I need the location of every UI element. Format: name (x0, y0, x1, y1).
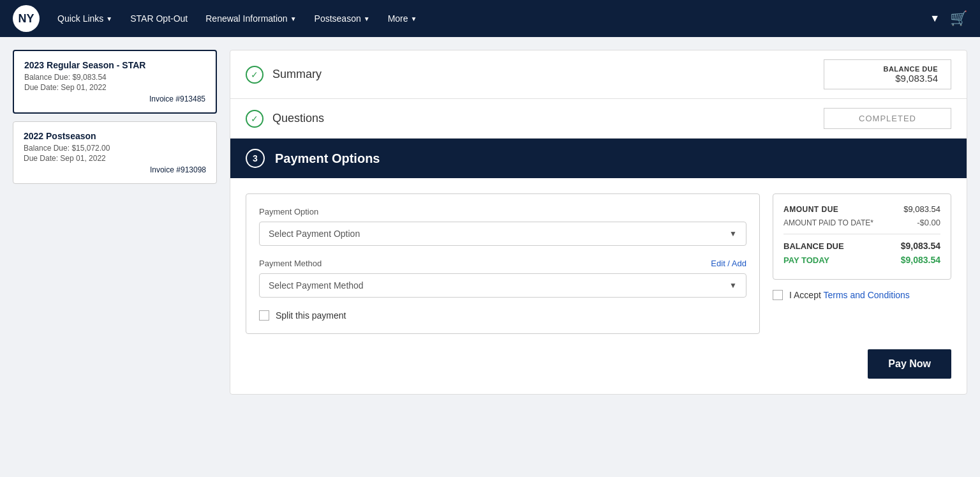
nav-quick-links[interactable]: Quick Links ▼ (57, 13, 112, 24)
nav-postseason[interactable]: Postseason ▼ (315, 13, 370, 24)
payment-method-placeholder: Select Payment Method (269, 280, 364, 291)
invoice-card-1[interactable]: 2023 Regular Season - STAR Balance Due: … (13, 50, 217, 114)
invoice-due-2: Due Date: Sep 01, 2022 (24, 154, 206, 163)
terms-link[interactable]: Terms and Conditions (823, 290, 909, 300)
payment-options-title: Payment Options (275, 151, 380, 166)
nav-star-opt-out[interactable]: STAR Opt-Out (130, 13, 188, 24)
balance-due-label: BALANCE DUE (837, 65, 938, 73)
payment-form: Payment Option Select Payment Option ▼ P… (246, 193, 760, 334)
invoice-balance-2: Balance Due: $15,072.00 (24, 144, 206, 153)
quick-links-chevron-icon: ▼ (106, 15, 112, 22)
navbar: NY Quick Links ▼ STAR Opt-Out Renewal In… (0, 0, 980, 37)
nav-right: ▼ 🛒 (930, 10, 967, 27)
invoice-title-2: 2022 Postseason (24, 131, 206, 141)
nav-more[interactable]: More ▼ (388, 13, 417, 24)
ny-logo: NY (13, 5, 40, 32)
renewal-chevron-icon: ▼ (290, 15, 297, 22)
cart-icon[interactable]: 🛒 (950, 10, 967, 27)
questions-step-row: ✓ Questions COMPLETED (230, 99, 967, 139)
pay-today-row: PAY TODAY $9,083.54 (783, 255, 940, 265)
amount-paid-label: AMOUNT PAID TO DATE* (783, 218, 873, 227)
payment-option-select[interactable]: Select Payment Option ▼ (259, 222, 746, 246)
more-chevron-icon: ▼ (411, 15, 417, 22)
summary-balance-due-value: $9,083.54 (901, 241, 940, 251)
split-payment-checkbox[interactable] (259, 310, 269, 321)
terms-label: I Accept Terms and Conditions (789, 290, 910, 300)
invoice-title-1: 2023 Regular Season - STAR (24, 60, 205, 70)
main-container: 2023 Regular Season - STAR Balance Due: … (0, 37, 980, 407)
amount-due-value: $9,083.54 (903, 204, 940, 214)
payment-option-group: Payment Option Select Payment Option ▼ (259, 207, 746, 246)
payment-option-placeholder: Select Payment Option (269, 229, 360, 239)
terms-prefix: I Accept (789, 290, 823, 300)
invoice-balance-1: Balance Due: $9,083.54 (24, 73, 205, 82)
nav-items: Quick Links ▼ STAR Opt-Out Renewal Infor… (57, 13, 912, 24)
questions-step-left: ✓ Questions (246, 110, 324, 128)
summary-balance-due-label: BALANCE DUE (783, 241, 844, 251)
amount-paid-row: AMOUNT PAID TO DATE* -$0.00 (783, 218, 940, 227)
pay-now-button[interactable]: Pay Now (868, 349, 951, 379)
split-payment-label: Split this payment (276, 310, 346, 321)
invoice-number-2: Invoice #913098 (24, 165, 206, 174)
completed-badge: COMPLETED (824, 108, 951, 129)
sidebar: 2023 Regular Season - STAR Balance Due: … (13, 50, 217, 395)
payment-method-group: Payment Method Edit / Add Select Payment… (259, 259, 746, 298)
invoice-due-1: Due Date: Sep 01, 2022 (24, 83, 205, 92)
nav-dropdown-icon[interactable]: ▼ (930, 13, 940, 24)
amount-due-row: AMOUNT DUE $9,083.54 (783, 204, 940, 214)
content-panel: ✓ Summary BALANCE DUE $9,083.54 ✓ Questi… (230, 50, 967, 395)
step-3-circle: 3 (246, 149, 265, 168)
postseason-chevron-icon: ▼ (364, 15, 370, 22)
summary-amounts-box: AMOUNT DUE $9,083.54 AMOUNT PAID TO DATE… (773, 193, 951, 280)
invoice-number-1: Invoice #913485 (24, 95, 205, 103)
payment-method-label: Payment Method (259, 259, 322, 268)
summary-step-row: ✓ Summary BALANCE DUE $9,083.54 (230, 50, 967, 99)
terms-row: I Accept Terms and Conditions (773, 290, 951, 300)
summary-check-icon: ✓ (246, 66, 264, 84)
invoice-card-2[interactable]: 2022 Postseason Balance Due: $15,072.00 … (13, 121, 217, 184)
payment-body: Payment Option Select Payment Option ▼ P… (230, 178, 967, 349)
payment-option-label: Payment Option (259, 207, 746, 216)
payment-option-chevron-icon: ▼ (729, 229, 737, 238)
split-payment-row: Split this payment (259, 310, 746, 321)
balance-due-value: $9,083.54 (837, 73, 938, 84)
summary-balance-box: BALANCE DUE $9,083.54 (824, 59, 951, 89)
payment-summary: AMOUNT DUE $9,083.54 AMOUNT PAID TO DATE… (773, 193, 951, 334)
summary-label: Summary (272, 68, 322, 81)
questions-check-icon: ✓ (246, 110, 264, 128)
summary-step-left: ✓ Summary (246, 66, 322, 84)
payment-options-header: 3 Payment Options (230, 139, 967, 178)
payment-method-select[interactable]: Select Payment Method ▼ (259, 273, 746, 298)
edit-add-link[interactable]: Edit / Add (711, 259, 746, 268)
questions-label: Questions (272, 112, 324, 125)
nav-renewal-information[interactable]: Renewal Information ▼ (205, 13, 296, 24)
balance-due-row: BALANCE DUE $9,083.54 (783, 241, 940, 251)
terms-checkbox[interactable] (773, 290, 783, 300)
payment-method-label-row: Payment Method Edit / Add (259, 259, 746, 268)
pay-now-row: Pay Now (230, 349, 967, 394)
pay-today-label: PAY TODAY (783, 255, 829, 265)
amount-paid-value: -$0.00 (917, 218, 940, 227)
summary-divider (783, 234, 940, 234)
pay-today-value: $9,083.54 (901, 255, 940, 265)
amount-due-label: AMOUNT DUE (783, 205, 838, 214)
payment-method-chevron-icon: ▼ (729, 281, 737, 290)
